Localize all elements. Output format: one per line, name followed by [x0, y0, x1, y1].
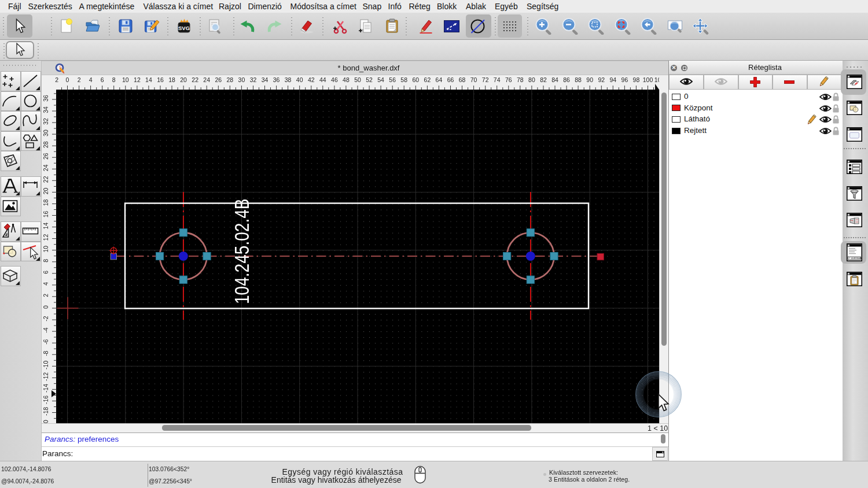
svg-text:30: 30: [238, 76, 245, 83]
svg-text:16: 16: [42, 211, 49, 218]
svg-text:6: 6: [101, 76, 104, 83]
svg-text:92: 92: [598, 76, 605, 83]
svg-text:96: 96: [621, 76, 628, 83]
svg-text:32: 32: [250, 76, 257, 83]
svg-text:18: 18: [168, 76, 175, 83]
svg-text:24: 24: [203, 76, 210, 83]
svg-text:28: 28: [226, 76, 233, 83]
svg-text:86: 86: [563, 76, 570, 83]
svg-text:32: 32: [42, 118, 49, 125]
svg-text:-6: -6: [42, 339, 49, 344]
svg-text:2: 2: [42, 294, 49, 297]
svg-text:30: 30: [42, 130, 49, 136]
svg-text:46: 46: [331, 76, 338, 83]
svg-text:90: 90: [586, 76, 593, 83]
svg-text:8: 8: [112, 76, 116, 83]
svg-text:38: 38: [285, 76, 292, 83]
svg-text:14: 14: [145, 76, 152, 83]
svg-text:104.245.02.4B: 104.245.02.4B: [230, 198, 253, 304]
svg-text:94: 94: [609, 76, 616, 83]
svg-text:102: 102: [654, 76, 659, 83]
svg-text:0: 0: [66, 76, 69, 83]
svg-text:88: 88: [575, 76, 582, 83]
svg-text:36: 36: [42, 95, 49, 102]
svg-text:54: 54: [377, 76, 384, 83]
svg-text:74: 74: [494, 76, 501, 83]
svg-text:-8: -8: [42, 350, 49, 356]
svg-text:58: 58: [400, 76, 407, 83]
svg-text:20: 20: [180, 76, 187, 83]
svg-text:10: 10: [42, 246, 49, 253]
svg-text:36: 36: [273, 76, 280, 83]
svg-text:76: 76: [505, 76, 512, 83]
svg-text:64: 64: [436, 76, 443, 83]
svg-text:< command: < command: [849, 257, 862, 260]
svg-text:2: 2: [78, 76, 81, 83]
svg-text:0: 0: [42, 305, 49, 309]
svg-text:24: 24: [42, 164, 49, 171]
svg-text:78: 78: [517, 76, 524, 83]
svg-text:48: 48: [343, 76, 350, 83]
svg-text:50: 50: [354, 76, 361, 83]
svg-text:-2: -2: [42, 316, 49, 321]
svg-text:8: 8: [42, 259, 49, 263]
svg-text:-14: -14: [42, 384, 49, 393]
svg-text:80: 80: [528, 76, 535, 83]
svg-text:14: 14: [42, 223, 49, 230]
svg-text:42: 42: [308, 76, 315, 83]
svg-text:4: 4: [42, 282, 49, 286]
svg-text:98: 98: [633, 76, 640, 83]
svg-text:84: 84: [551, 76, 558, 83]
svg-text:34: 34: [262, 76, 269, 83]
svg-text:28: 28: [42, 141, 49, 148]
svg-text:-10: -10: [42, 361, 49, 369]
svg-text:-18: -18: [42, 407, 49, 416]
svg-text:-16: -16: [42, 395, 49, 404]
svg-text:4: 4: [89, 76, 93, 83]
svg-text:26: 26: [42, 153, 49, 160]
svg-text:60: 60: [412, 76, 419, 83]
svg-text:10: 10: [122, 76, 129, 83]
svg-text:-12: -12: [42, 372, 49, 381]
svg-text:70: 70: [470, 76, 477, 83]
svg-text:16: 16: [157, 76, 164, 83]
svg-text:22: 22: [42, 176, 49, 183]
svg-text:6: 6: [42, 271, 49, 274]
svg-text:100: 100: [643, 76, 653, 83]
svg-text:26: 26: [215, 76, 222, 83]
svg-text:SVG: SVG: [178, 25, 189, 31]
svg-text:-4: -4: [42, 327, 49, 332]
svg-text:22: 22: [192, 76, 198, 83]
svg-text:68: 68: [459, 76, 466, 83]
svg-text:40: 40: [296, 76, 303, 83]
svg-text:44: 44: [319, 76, 326, 83]
svg-text:12: 12: [134, 76, 141, 83]
svg-text:72: 72: [482, 76, 489, 83]
svg-text:66: 66: [447, 76, 454, 83]
svg-text:20: 20: [42, 187, 49, 194]
svg-text:2: 2: [55, 76, 58, 83]
svg-text:12: 12: [42, 234, 49, 241]
svg-text:18: 18: [42, 199, 49, 206]
svg-text:52: 52: [366, 76, 373, 83]
svg-text:56: 56: [389, 76, 396, 83]
svg-text:62: 62: [424, 76, 431, 83]
svg-text:34: 34: [42, 106, 49, 113]
svg-text:82: 82: [540, 76, 547, 83]
